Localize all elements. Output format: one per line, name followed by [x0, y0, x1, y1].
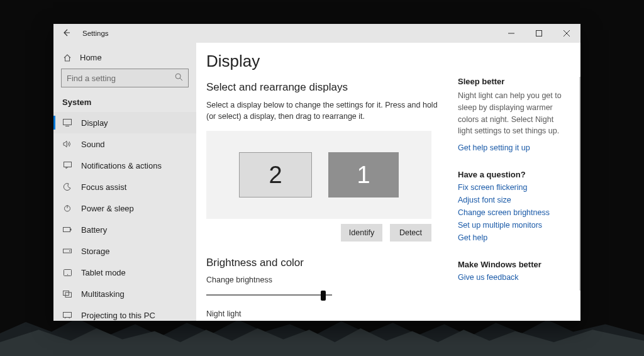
battery-icon — [62, 226, 72, 233]
svg-rect-4 — [64, 120, 72, 125]
info-column: Sleep better Night light can help you ge… — [447, 52, 580, 321]
svg-rect-1 — [536, 31, 542, 36]
sidebar-item-battery[interactable]: Battery — [53, 219, 196, 240]
monitor-2[interactable]: 2 — [239, 152, 312, 197]
sidebar-item-label: Focus assist — [81, 182, 126, 192]
moon-icon — [62, 183, 72, 191]
sidebar-home-label: Home — [80, 53, 102, 62]
back-button[interactable] — [60, 28, 74, 38]
monitor-id: 1 — [357, 162, 370, 189]
maximize-icon — [536, 30, 542, 36]
sidebar-home[interactable]: Home — [53, 48, 196, 69]
sidebar-item-label: Multitasking — [81, 289, 125, 299]
brightness-slider[interactable] — [206, 289, 332, 301]
sidebar-nav: Display Sound Notifications & actions Fo… — [53, 112, 196, 321]
sidebar-item-storage[interactable]: Storage — [53, 240, 196, 262]
question-title: Have a question? — [458, 170, 565, 179]
sidebar-item-multitasking[interactable]: Multitasking — [53, 283, 196, 304]
link-get-help[interactable]: Get help — [458, 233, 565, 242]
sidebar-item-label: Power & sleep — [81, 204, 134, 213]
sound-icon — [62, 140, 72, 148]
minimize-button[interactable] — [497, 24, 525, 43]
brightness-label: Change brightness — [206, 275, 444, 284]
sleep-help-link[interactable]: Get help setting it up — [458, 143, 565, 152]
close-icon — [564, 30, 570, 36]
svg-rect-16 — [65, 292, 72, 298]
svg-rect-6 — [64, 162, 71, 167]
link-change-brightness[interactable]: Change screen brightness — [458, 208, 565, 217]
arrange-heading: Select and rearrange displays — [206, 81, 444, 94]
sidebar-item-sound[interactable]: Sound — [53, 133, 196, 155]
titlebar: Settings — [53, 24, 580, 43]
close-button[interactable] — [553, 24, 580, 43]
svg-rect-15 — [64, 291, 69, 295]
sidebar-item-projecting[interactable]: Projecting to this PC — [53, 304, 196, 321]
sidebar-item-label: Storage — [81, 247, 110, 256]
arrow-left-icon — [63, 29, 70, 36]
storage-icon — [62, 248, 72, 254]
link-adjust-font[interactable]: Adjust font size — [458, 196, 565, 204]
nightlight-label: Night light — [206, 309, 444, 318]
sidebar-item-label: Display — [81, 118, 108, 128]
sidebar-item-tablet-mode[interactable]: Tablet mode — [53, 262, 196, 283]
sidebar-item-display[interactable]: Display — [53, 112, 196, 133]
svg-point-14 — [67, 274, 67, 274]
search-input[interactable]: Find a setting — [61, 69, 189, 87]
monitor-id: 2 — [269, 162, 282, 189]
svg-line-3 — [180, 78, 182, 81]
minimize-icon — [508, 30, 514, 36]
slider-thumb[interactable] — [321, 291, 326, 301]
sleep-better-title: Sleep better — [458, 77, 565, 86]
monitor-1[interactable]: 1 — [328, 152, 399, 197]
sidebar-item-label: Projecting to this PC — [81, 311, 155, 320]
link-multiple-monitors[interactable]: Set up multiple monitors — [458, 221, 565, 230]
main-area: Display Select and rearrange displays Se… — [196, 43, 580, 321]
maximize-button[interactable] — [525, 24, 553, 43]
sidebar-item-label: Notifications & actions — [81, 161, 162, 170]
tablet-icon — [62, 269, 72, 276]
sidebar-item-label: Battery — [81, 225, 107, 235]
brightness-heading: Brightness and color — [206, 257, 444, 269]
svg-point-2 — [175, 74, 180, 79]
search-icon — [175, 73, 183, 83]
sidebar-item-power-sleep[interactable]: Power & sleep — [53, 197, 196, 219]
sleep-better-desc: Night light can help you get to sleep by… — [458, 90, 565, 137]
settings-window: Settings Home Find a setting — [53, 24, 580, 321]
display-arrange-area[interactable]: 2 1 — [206, 131, 431, 219]
search-placeholder: Find a setting — [67, 74, 175, 83]
multitasking-icon — [62, 291, 72, 298]
detect-button[interactable]: Detect — [390, 224, 431, 242]
page-title: Display — [206, 52, 444, 71]
svg-rect-10 — [70, 229, 72, 231]
power-icon — [62, 204, 72, 212]
button-label: Detect — [399, 228, 422, 237]
notifications-icon — [62, 162, 72, 169]
link-fix-flickering[interactable]: Fix screen flickering — [458, 183, 565, 192]
feedback-title: Make Windows better — [458, 260, 565, 269]
sidebar-item-notifications[interactable]: Notifications & actions — [53, 155, 196, 176]
sidebar-category: System — [53, 94, 196, 112]
content-column: Display Select and rearrange displays Se… — [206, 52, 447, 321]
sidebar: Home Find a setting System Display — [53, 43, 196, 321]
arrange-description: Select a display below to change the set… — [206, 100, 444, 122]
svg-rect-17 — [64, 312, 72, 317]
app-title: Settings — [82, 30, 109, 37]
svg-rect-9 — [64, 228, 70, 232]
svg-point-12 — [69, 250, 70, 252]
projecting-icon — [62, 312, 72, 319]
link-give-feedback[interactable]: Give us feedback — [458, 273, 565, 282]
identify-button[interactable]: Identify — [341, 224, 382, 242]
scrollbar[interactable] — [579, 77, 580, 291]
button-label: Identify — [349, 228, 374, 237]
home-icon — [62, 53, 72, 62]
slider-track — [206, 294, 332, 296]
display-icon — [62, 119, 72, 126]
sidebar-item-focus-assist[interactable]: Focus assist — [53, 176, 196, 197]
sidebar-item-label: Tablet mode — [81, 268, 126, 277]
sidebar-item-label: Sound — [81, 140, 105, 149]
